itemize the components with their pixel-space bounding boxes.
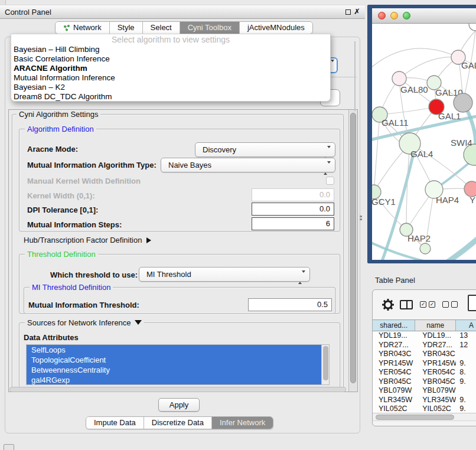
collapse-arrow-icon[interactable] bbox=[135, 320, 142, 325]
attribute-item-topologicalcoefficient[interactable]: TopologicalCoefficient bbox=[27, 355, 321, 365]
tab-style[interactable]: Style bbox=[109, 22, 142, 34]
algorithm-option-basic-correlation-inference[interactable]: Basic Correlation Inference bbox=[11, 54, 330, 64]
attributes-scrollbar[interactable] bbox=[321, 345, 329, 384]
table-cell[interactable]: YBR045C bbox=[373, 377, 415, 387]
network-canvas[interactable]: GALGAL80GAL10GAL1GAL11GAL4SWI4GCY1HAP4YH… bbox=[372, 24, 476, 260]
table-cell[interactable] bbox=[456, 386, 476, 396]
tab-network[interactable]: Network bbox=[56, 22, 109, 34]
kernel-width-field[interactable]: 0.0 bbox=[252, 188, 334, 201]
attribute-item-selfloops[interactable]: SelfLoops bbox=[27, 345, 321, 355]
algorithm-option-bayesian-k2[interactable]: Bayesian – K2 bbox=[11, 83, 330, 92]
network-node-unlabeled[interactable] bbox=[454, 93, 472, 112]
unchecked-box-icon[interactable] bbox=[442, 301, 449, 308]
gear-icon[interactable] bbox=[381, 298, 395, 312]
tab-discretize-data[interactable]: Discretize Data bbox=[144, 417, 211, 429]
settings-horizontal-scrollbar[interactable] bbox=[9, 387, 346, 392]
table-cell[interactable]: YLR345W bbox=[373, 396, 415, 405]
tab-jactivemnodules[interactable]: jActiveMNodules bbox=[239, 22, 312, 34]
settings-group-title: Cyni Algorithm Settings bbox=[17, 110, 100, 119]
table-cell[interactable]: YBR043C bbox=[415, 350, 456, 359]
table-cell[interactable]: YER054C bbox=[415, 368, 456, 377]
table-cell[interactable]: YDR27... bbox=[415, 341, 456, 350]
table-row[interactable]: YPR145WYPR145W9. bbox=[373, 359, 476, 369]
zoom-window-icon[interactable] bbox=[403, 12, 410, 19]
column-header-a[interactable]: A bbox=[456, 320, 476, 331]
table-cell[interactable]: YPR145W bbox=[415, 359, 456, 369]
manual-kernel-checkbox[interactable] bbox=[326, 177, 334, 185]
apply-button[interactable]: Apply bbox=[158, 398, 200, 412]
algorithm-option-aracne-algorithm[interactable]: ARACNE Algorithm bbox=[11, 64, 330, 73]
node-label-hap4: HAP4 bbox=[436, 195, 459, 205]
table-cell[interactable]: 13 bbox=[456, 331, 476, 341]
column-header-name[interactable]: name bbox=[415, 320, 456, 331]
attribute-item-gal4rgexp[interactable]: gal4RGexp bbox=[27, 375, 321, 385]
table-cell[interactable]: 8. bbox=[456, 368, 476, 377]
control-panel-tabbar: NetworkStyleSelectCyni ToolboxjActiveMNo… bbox=[55, 21, 313, 34]
column-header-shared-[interactable]: shared... bbox=[373, 320, 415, 331]
table-cell[interactable]: YDL19... bbox=[373, 331, 415, 341]
table-cell[interactable]: 9. bbox=[456, 405, 476, 413]
panel-grip[interactable] bbox=[4, 444, 14, 450]
network-node-gal80[interactable] bbox=[392, 71, 406, 86]
table-cell[interactable]: 9. bbox=[456, 359, 476, 369]
table-cell[interactable]: YLR345W bbox=[415, 396, 456, 405]
unchecked-box-icon[interactable] bbox=[451, 301, 458, 308]
which-threshold-combo[interactable]: MI Threshold bbox=[139, 267, 310, 282]
splitter-handle[interactable] bbox=[360, 216, 363, 221]
data-attributes-list[interactable]: SelfLoopsTopologicalCoefficientBetweenne… bbox=[26, 344, 330, 385]
table-cell[interactable]: YBL079W bbox=[373, 386, 415, 396]
tab-impute-data[interactable]: Impute Data bbox=[86, 417, 144, 429]
tab-infer-network[interactable]: Infer Network bbox=[211, 417, 273, 429]
document-icon[interactable] bbox=[468, 295, 476, 311]
table-cell[interactable]: YPR145W bbox=[373, 359, 415, 369]
tab-select[interactable]: Select bbox=[142, 22, 180, 34]
attribute-item-betweennesscentrality[interactable]: BetweennessCentrality bbox=[27, 365, 321, 375]
table-cell[interactable]: 9. bbox=[456, 377, 476, 387]
table-cell[interactable]: YIL052C bbox=[415, 405, 456, 413]
network-node-unlabeled[interactable] bbox=[420, 243, 431, 254]
network-window-titlebar[interactable] bbox=[372, 8, 476, 24]
table-row[interactable]: YDR27...YDR27...12 bbox=[373, 341, 476, 350]
mi-steps-label: Mutual Information Steps: bbox=[27, 220, 122, 229]
algorithm-option-mutual-information-inference[interactable]: Mutual Information Inference bbox=[11, 73, 330, 83]
table-row[interactable]: YBR045CYBR045C9. bbox=[373, 377, 476, 387]
close-panel-icon[interactable]: ✗ bbox=[354, 7, 360, 16]
settings-vertical-scrollbar[interactable] bbox=[348, 110, 357, 392]
table-cell[interactable]: YDL19... bbox=[415, 331, 456, 341]
table-row[interactable]: YBL079WYBL079W bbox=[373, 386, 476, 396]
table-cell[interactable]: 12 bbox=[456, 341, 476, 350]
table-horizontal-scrollbar[interactable] bbox=[373, 413, 476, 421]
aracne-mode-combo[interactable]: Discovery bbox=[195, 142, 335, 157]
close-window-icon[interactable] bbox=[378, 12, 386, 19]
table-cell[interactable]: YER054C bbox=[373, 368, 415, 377]
algorithm-option-dream8-dc-tdc-algorithm[interactable]: Dream8 DC_TDC Algorithm bbox=[11, 92, 330, 102]
node-label-gal1: GAL1 bbox=[438, 111, 461, 121]
table-cell[interactable]: YBR045C bbox=[415, 377, 456, 387]
table-row[interactable]: YIL052CYIL052C9. bbox=[373, 405, 476, 413]
algorithm-option-bayesian-hill-climbing[interactable]: Bayesian – Hill Climbing bbox=[11, 45, 330, 54]
tab-cyni-toolbox[interactable]: Cyni Toolbox bbox=[180, 22, 239, 34]
checked-box-icon[interactable]: ✓ bbox=[429, 301, 435, 308]
table-row[interactable]: YER054CYER054C8. bbox=[373, 368, 476, 377]
minimize-window-icon[interactable] bbox=[390, 12, 398, 19]
table-row[interactable]: YDL19...YDL19...13 bbox=[373, 331, 476, 341]
checked-box-icon[interactable]: ✓ bbox=[420, 301, 426, 308]
table-cell[interactable]: YBL079W bbox=[415, 386, 456, 396]
float-window-icon[interactable] bbox=[345, 9, 351, 15]
mi-threshold-field[interactable]: 0.5 bbox=[248, 298, 332, 311]
table-cell[interactable]: YDR27... bbox=[373, 341, 415, 350]
table-row[interactable]: YBR043CYBR043C bbox=[373, 350, 476, 359]
table-cell[interactable] bbox=[456, 350, 476, 359]
mi-algorithm-type-combo[interactable]: Naive Bayes bbox=[161, 158, 335, 172]
column-browser-icon[interactable] bbox=[400, 300, 413, 309]
network-node-unlabeled[interactable] bbox=[469, 24, 476, 31]
mi-steps-field[interactable]: 6 bbox=[252, 217, 334, 230]
table-cell[interactable]: YBR043C bbox=[373, 350, 415, 359]
table-row[interactable]: YLR345WYLR345W9. bbox=[373, 396, 476, 405]
table-panel-title: Table Panel bbox=[375, 276, 415, 285]
hub-definition-expander[interactable]: Hub/Transcription Factor Definition bbox=[24, 236, 151, 244]
table-cell[interactable]: YIL052C bbox=[373, 405, 415, 413]
dpi-tolerance-field[interactable]: 0.0 bbox=[252, 203, 334, 216]
table-cell[interactable]: 9. bbox=[456, 396, 476, 405]
tab-label: jActiveMNodules bbox=[247, 22, 305, 34]
